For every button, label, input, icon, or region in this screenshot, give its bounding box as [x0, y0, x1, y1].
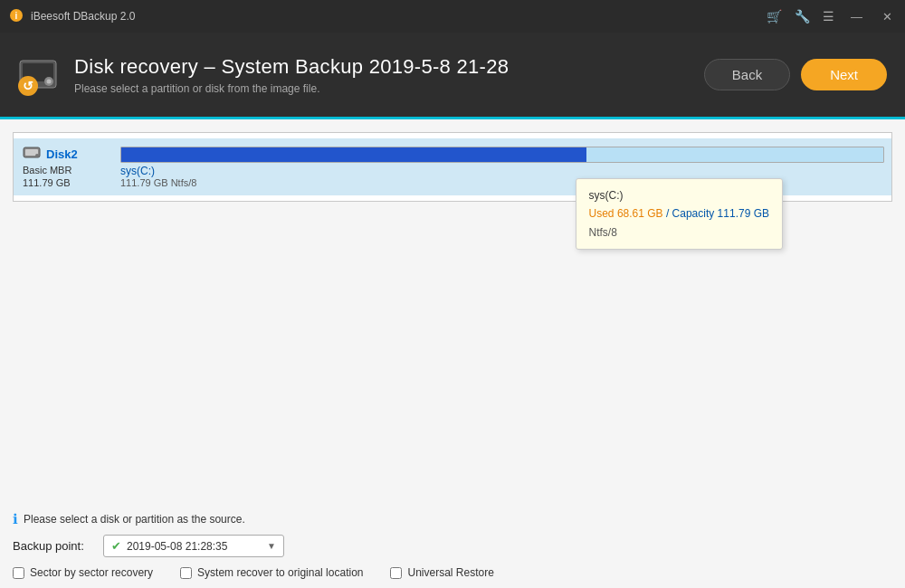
info-message: Please select a disk or partition as the… — [24, 513, 245, 526]
system-recover-input[interactable] — [180, 567, 192, 579]
tooltip-fs: Ntfs/8 — [589, 223, 769, 242]
bottom-info: ℹ Please select a disk or partition as t… — [13, 511, 892, 527]
partition-name: sys(C:) — [120, 165, 884, 177]
sector-by-sector-checkbox[interactable]: Sector by sector recovery — [13, 566, 153, 579]
info-icon: ℹ — [13, 511, 18, 527]
main-content: Disk2 Basic MBR 111.79 GB sys(C:) 111.79… — [0, 119, 905, 588]
next-button[interactable]: Next — [801, 59, 887, 90]
universal-restore-label: Universal Restore — [407, 566, 493, 579]
back-button[interactable]: Back — [704, 59, 790, 90]
disk-type: Basic MBR — [23, 165, 104, 175]
wrench-icon[interactable]: 🔧 — [795, 9, 810, 24]
backup-point-select[interactable]: ✔ 2019-05-08 21:28:35 ▼ — [103, 535, 284, 557]
app-logo-icon: i — [9, 8, 24, 25]
disk-size: 111.79 GB — [23, 177, 104, 188]
svg-point-5 — [47, 79, 52, 83]
cart-icon[interactable]: 🛒 — [767, 9, 782, 24]
backup-point-row: Backup point: ✔ 2019-05-08 21:28:35 ▼ — [13, 535, 892, 557]
check-icon: ✔ — [111, 539, 121, 553]
close-button[interactable]: ✕ — [879, 10, 896, 24]
partition-free-bar — [586, 147, 883, 162]
checkbox-row: Sector by sector recovery System recover… — [13, 566, 892, 579]
header: ↺ Disk recovery – System Backup 2019-5-8… — [0, 33, 905, 119]
partition-bar — [120, 147, 884, 163]
backup-point-value: 2019-05-08 21:28:35 — [127, 540, 262, 553]
disk-label: Disk2 Basic MBR 111.79 GB — [14, 142, 113, 192]
disk-area: Disk2 Basic MBR 111.79 GB sys(C:) 111.79… — [13, 132, 892, 202]
system-recover-checkbox[interactable]: System recover to original location — [180, 566, 363, 579]
universal-restore-input[interactable] — [390, 567, 402, 579]
svg-text:↺: ↺ — [23, 79, 33, 93]
sector-by-sector-label: Sector by sector recovery — [30, 566, 153, 579]
universal-restore-checkbox[interactable]: Universal Restore — [390, 566, 493, 579]
svg-point-10 — [35, 154, 39, 157]
svg-text:i: i — [15, 11, 18, 21]
tooltip-used: Used 68.61 GB — [589, 207, 663, 220]
system-recover-label: System recover to original location — [197, 566, 363, 579]
sector-by-sector-input[interactable] — [13, 567, 24, 579]
backup-point-label: Backup point: — [13, 539, 94, 553]
tooltip-title: sys(C:) — [589, 186, 769, 204]
title-bar: i iBeesoft DBackup 2.0 🛒 🔧 ☰ — ✕ — [0, 0, 905, 33]
partition-used-bar — [121, 147, 586, 162]
recovery-icon: ↺ — [14, 52, 62, 99]
partition-tooltip: sys(C:) Used 68.61 GB / Capacity 111.79 … — [576, 178, 783, 250]
page-subtitle: Please select a partition or disk from t… — [74, 82, 509, 95]
disk-hdd-icon — [23, 146, 41, 163]
page-title: Disk recovery – System Backup 2019-5-8 2… — [74, 55, 509, 79]
dropdown-arrow-icon: ▼ — [267, 541, 276, 551]
app-title: iBeesoft DBackup 2.0 — [31, 10, 135, 23]
menu-icon[interactable]: ☰ — [823, 9, 834, 24]
minimize-button[interactable]: — — [847, 10, 866, 24]
tooltip-cap: / Capacity 111.79 GB — [663, 207, 769, 220]
